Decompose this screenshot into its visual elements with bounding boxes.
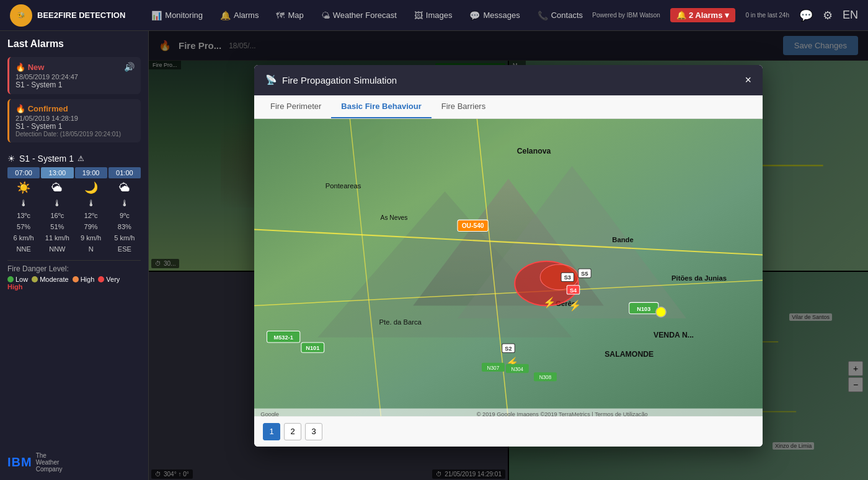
wind-dir-row: NNE NNW N ESE <box>7 244 141 254</box>
svg-text:S4: S4 <box>570 287 577 293</box>
settings-icon[interactable]: ⚙ <box>823 9 833 22</box>
ibm-logo: IBM <box>7 455 32 469</box>
svg-point-49 <box>656 307 666 316</box>
tab-basic-fire-behaviour[interactable]: Basic Fire Behaviour <box>331 95 431 118</box>
modal-title: 📡 Fire Propagation Simulation <box>265 74 397 85</box>
nav-right: Powered by IBM Watson 🔔 2 Alarms ▾ 0 in … <box>592 8 858 22</box>
fd-dot-low <box>7 276 14 282</box>
alarm-header: 🔥 New 🔊 <box>16 62 135 72</box>
svg-text:S5: S5 <box>581 271 588 277</box>
alarm-card-confirmed[interactable]: 🔥 Confirmed 21/05/2019 14:28:19 S1 - Sys… <box>7 99 141 142</box>
svg-text:N101: N101 <box>306 345 319 351</box>
svg-text:OU-540: OU-540 <box>462 222 484 229</box>
fire-danger-items: Low Moderate High Very <box>7 276 141 283</box>
tab-fire-perimeter[interactable]: Fire Perimeter <box>260 95 331 118</box>
fd-label-low: Low <box>16 276 28 283</box>
temp-icon-1: 🌡 <box>41 197 73 209</box>
humidity-3: 83% <box>108 222 141 232</box>
chevron-down-icon: ▾ <box>725 11 729 20</box>
weather-icon-1: 🌥 <box>41 180 73 196</box>
temp-icon-2: 🌡 <box>75 197 107 209</box>
alarm-status-confirmed: 🔥 Confirmed <box>16 104 68 113</box>
nav-weather[interactable]: 🌤Weather Forecast <box>314 7 404 24</box>
svg-text:N307: N307 <box>487 365 500 371</box>
temp-icon-3: 🌡 <box>108 197 141 209</box>
fire-danger-current: High <box>7 283 141 290</box>
language-selector[interactable]: EN <box>843 9 858 22</box>
tab-fire-barriers[interactable]: Fire Barriers <box>432 95 496 118</box>
logo-icon: 🐝 <box>10 4 32 27</box>
alarm-date-confirmed: 21/05/2019 14:28:19 <box>16 115 135 122</box>
weather-times: 07:00 13:00 19:00 01:00 <box>7 167 141 178</box>
svg-text:VENDA N...: VENDA N... <box>653 330 694 339</box>
svg-text:M532-1: M532-1 <box>274 334 293 340</box>
nav-monitoring[interactable]: 📊Monitoring <box>144 7 210 24</box>
alarm-icon: 🔔 <box>676 11 686 20</box>
modal-header: 📡 Fire Propagation Simulation × <box>254 65 763 95</box>
modal-title-icon: 📡 <box>265 74 277 85</box>
fd-label-moderate: Moderate <box>40 276 68 283</box>
temp-icon: 🌡 <box>7 197 40 209</box>
wind-speed-2: 9 km/h <box>75 233 107 243</box>
nav-items: 📊Monitoring 🔔Alarms 🗺Map 🌤Weather Foreca… <box>144 7 592 24</box>
modal-overlay: 📡 Fire Propagation Simulation × Fire Per… <box>149 31 868 480</box>
modal-close-button[interactable]: × <box>745 74 751 87</box>
nav-messages[interactable]: 💬Messages <box>462 7 527 24</box>
svg-text:S3: S3 <box>564 274 571 281</box>
svg-text:⚡: ⚡ <box>543 295 556 308</box>
center-content: 🔥 Fire Pro... 18/05/... Save Changes Fir… <box>149 31 868 480</box>
page-button-3[interactable]: 3 <box>305 423 322 440</box>
fire-danger-title: Fire Danger Level: <box>7 264 141 273</box>
nav-map[interactable]: 🗺Map <box>268 7 311 24</box>
fire-propagation-modal: 📡 Fire Propagation Simulation × Fire Per… <box>254 65 763 447</box>
alarm-badge[interactable]: 🔔 2 Alarms ▾ <box>670 8 735 22</box>
alarm-system-new: S1 - System 1 <box>16 81 135 89</box>
svg-text:Google: Google <box>260 411 279 416</box>
nav-contacts[interactable]: 📞Contacts <box>530 7 590 24</box>
humidity-1: 51% <box>41 222 73 232</box>
wind-dir-1: NNW <box>41 244 73 254</box>
temp-2: 12ºc <box>75 211 107 220</box>
powered-by: Powered by IBM Watson <box>592 11 660 19</box>
wind-speed-1: 11 km/h <box>41 233 73 243</box>
svg-text:Pte. da Barca: Pte. da Barca <box>379 318 422 326</box>
fd-label-high: High <box>81 276 95 283</box>
main-layout: Last Alarms 🔥 New 🔊 18/05/2019 20:24:47 … <box>0 31 868 480</box>
humidity-row: 57% 51% 79% 83% <box>7 222 141 232</box>
logo[interactable]: 🐝 BEE2FIRE DETECTION <box>10 4 125 27</box>
speaker-icon[interactable]: 🔊 <box>124 62 135 72</box>
alarm-count: 2 Alarms <box>689 11 722 20</box>
nav-alarms[interactable]: 🔔Alarms <box>213 7 266 24</box>
wind-dir-2: N <box>75 244 107 254</box>
temp-row: 🌡 🌡 🌡 🌡 <box>7 197 141 209</box>
fd-very-high: Very <box>98 276 120 283</box>
temp-3: 9ºc <box>108 211 141 220</box>
alarm-sub-info: 0 in the last 24h <box>745 12 789 19</box>
page-button-1[interactable]: 1 <box>263 423 280 440</box>
wind-speed-row: 6 km/h 11 km/h 9 km/h 5 km/h <box>7 233 141 243</box>
svg-text:As Neves: As Neves <box>381 214 408 221</box>
weather-title: ☀ S1 - System 1 ⚠ <box>7 154 141 164</box>
page-button-2[interactable]: 2 <box>284 423 301 440</box>
alarm-date-new: 18/05/2019 20:24:47 <box>16 73 135 81</box>
svg-text:Celanova: Celanova <box>517 146 551 155</box>
nav-images[interactable]: 🖼Images <box>407 7 460 24</box>
svg-text:N304: N304 <box>512 367 524 372</box>
sun-icon: ☀ <box>7 154 16 164</box>
svg-text:S2: S2 <box>505 346 512 352</box>
weather-time-3[interactable]: 01:00 <box>108 167 141 178</box>
temp-1: 16ºc <box>41 211 73 220</box>
fd-dot-moderate <box>32 276 38 282</box>
svg-text:SALAMONDE: SALAMONDE <box>604 349 653 358</box>
svg-text:N103: N103 <box>637 305 650 312</box>
weather-time-2[interactable]: 19:00 <box>75 167 107 178</box>
modal-footer: 1 2 3 <box>254 416 763 447</box>
chat-icon[interactable]: 💬 <box>799 9 813 22</box>
fire-danger-section: Fire Danger Level: Low Moderate High Ver… <box>7 260 141 294</box>
logo-text: BEE2FIRE DETECTION <box>37 11 125 20</box>
temps-row: 13ºc 16ºc 12ºc 9ºc <box>7 211 141 220</box>
weather-time-1[interactable]: 13:00 <box>41 167 73 178</box>
alarm-card-new[interactable]: 🔥 New 🔊 18/05/2019 20:24:47 S1 - System … <box>7 57 141 94</box>
weather-time-0[interactable]: 07:00 <box>7 167 40 178</box>
top-navigation: 🐝 BEE2FIRE DETECTION 📊Monitoring 🔔Alarms… <box>0 0 868 31</box>
